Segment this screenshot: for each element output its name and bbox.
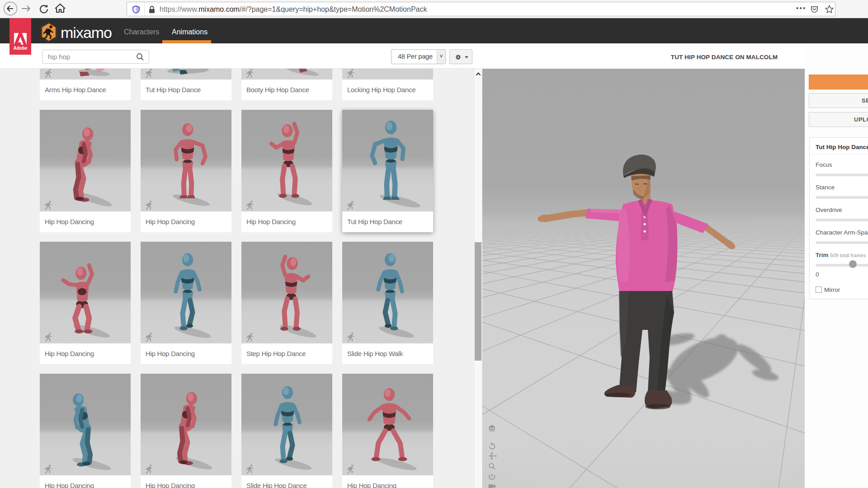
svg-text:Adobe: Adobe bbox=[13, 46, 28, 51]
